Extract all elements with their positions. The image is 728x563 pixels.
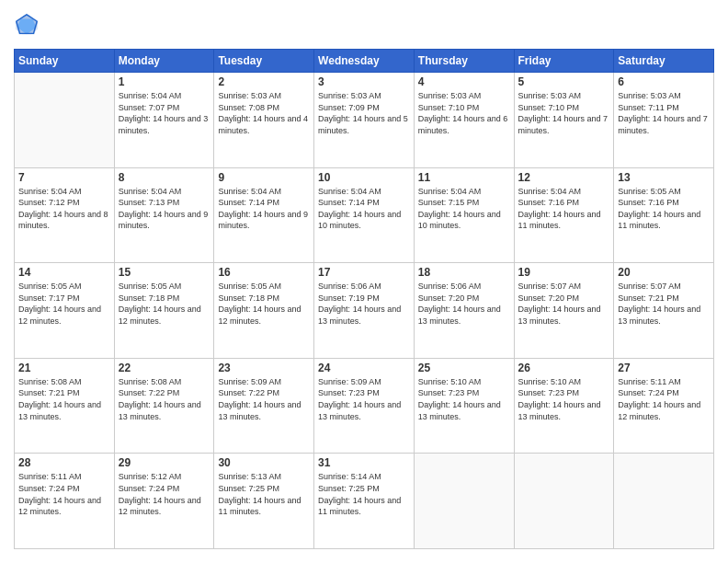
calendar-cell: 3 Sunrise: 5:03 AM Sunset: 7:09 PM Dayli… xyxy=(314,73,415,168)
day-info: Sunrise: 5:06 AM Sunset: 7:20 PM Dayligh… xyxy=(418,281,510,327)
day-info: Sunrise: 5:10 AM Sunset: 7:23 PM Dayligh… xyxy=(518,376,610,422)
calendar-cell: 4 Sunrise: 5:03 AM Sunset: 7:10 PM Dayli… xyxy=(414,73,514,168)
day-info: Sunrise: 5:04 AM Sunset: 7:12 PM Dayligh… xyxy=(18,186,110,232)
day-number: 8 xyxy=(119,171,210,184)
day-number: 19 xyxy=(518,266,610,279)
calendar-cell: 26 Sunrise: 5:10 AM Sunset: 7:23 PM Dayl… xyxy=(514,358,614,454)
day-number: 25 xyxy=(418,362,510,374)
calendar-cell: 25 Sunrise: 5:10 AM Sunset: 7:23 PM Dayl… xyxy=(414,358,514,454)
day-number: 2 xyxy=(218,75,310,88)
day-number: 23 xyxy=(218,362,310,374)
calendar-week-4: 21 Sunrise: 5:08 AM Sunset: 7:21 PM Dayl… xyxy=(15,358,714,454)
day-info: Sunrise: 5:08 AM Sunset: 7:22 PM Dayligh… xyxy=(119,376,210,422)
calendar-cell: 23 Sunrise: 5:09 AM Sunset: 7:22 PM Dayl… xyxy=(214,358,314,454)
day-info: Sunrise: 5:11 AM Sunset: 7:24 PM Dayligh… xyxy=(18,471,110,517)
day-number: 28 xyxy=(18,456,110,469)
day-info: Sunrise: 5:04 AM Sunset: 7:14 PM Dayligh… xyxy=(218,186,310,232)
day-number: 9 xyxy=(218,171,310,184)
calendar-cell: 14 Sunrise: 5:05 AM Sunset: 7:17 PM Dayl… xyxy=(15,263,115,359)
day-info: Sunrise: 5:03 AM Sunset: 7:09 PM Dayligh… xyxy=(318,90,410,136)
day-info: Sunrise: 5:05 AM Sunset: 7:18 PM Dayligh… xyxy=(218,281,310,327)
calendar-cell: 9 Sunrise: 5:04 AM Sunset: 7:14 PM Dayli… xyxy=(214,167,314,263)
calendar-cell: 13 Sunrise: 5:05 AM Sunset: 7:16 PM Dayl… xyxy=(614,167,714,263)
day-number: 22 xyxy=(119,362,210,374)
calendar-cell: 10 Sunrise: 5:04 AM Sunset: 7:14 PM Dayl… xyxy=(314,167,415,263)
logo xyxy=(14,14,43,40)
day-info: Sunrise: 5:03 AM Sunset: 7:11 PM Dayligh… xyxy=(618,90,710,136)
day-header-wednesday: Wednesday xyxy=(314,50,415,73)
day-info: Sunrise: 5:12 AM Sunset: 7:24 PM Dayligh… xyxy=(119,471,210,517)
day-number: 5 xyxy=(518,75,610,88)
calendar-cell: 11 Sunrise: 5:04 AM Sunset: 7:15 PM Dayl… xyxy=(414,167,514,263)
day-info: Sunrise: 5:09 AM Sunset: 7:22 PM Dayligh… xyxy=(218,376,310,422)
day-info: Sunrise: 5:07 AM Sunset: 7:21 PM Dayligh… xyxy=(618,281,710,327)
page: SundayMondayTuesdayWednesdayThursdayFrid… xyxy=(0,0,728,563)
day-info: Sunrise: 5:04 AM Sunset: 7:13 PM Dayligh… xyxy=(119,186,210,232)
day-info: Sunrise: 5:08 AM Sunset: 7:21 PM Dayligh… xyxy=(18,376,110,422)
day-number: 7 xyxy=(18,171,110,184)
calendar-week-5: 28 Sunrise: 5:11 AM Sunset: 7:24 PM Dayl… xyxy=(15,454,714,549)
calendar-cell: 19 Sunrise: 5:07 AM Sunset: 7:20 PM Dayl… xyxy=(514,263,614,359)
calendar-cell: 22 Sunrise: 5:08 AM Sunset: 7:22 PM Dayl… xyxy=(114,358,214,454)
day-number: 24 xyxy=(318,362,410,374)
day-number: 17 xyxy=(318,266,410,279)
day-number: 14 xyxy=(18,266,110,279)
calendar-cell: 31 Sunrise: 5:14 AM Sunset: 7:25 PM Dayl… xyxy=(314,454,415,549)
calendar-week-2: 7 Sunrise: 5:04 AM Sunset: 7:12 PM Dayli… xyxy=(15,167,714,263)
calendar-table: SundayMondayTuesdayWednesdayThursdayFrid… xyxy=(14,49,714,549)
day-header-saturday: Saturday xyxy=(614,50,714,73)
day-number: 27 xyxy=(618,362,710,374)
calendar-cell: 15 Sunrise: 5:05 AM Sunset: 7:18 PM Dayl… xyxy=(114,263,214,359)
day-header-tuesday: Tuesday xyxy=(214,50,314,73)
calendar-header-row: SundayMondayTuesdayWednesdayThursdayFrid… xyxy=(15,50,714,73)
calendar-cell: 12 Sunrise: 5:04 AM Sunset: 7:16 PM Dayl… xyxy=(514,167,614,263)
day-number: 3 xyxy=(318,75,410,88)
calendar-cell: 27 Sunrise: 5:11 AM Sunset: 7:24 PM Dayl… xyxy=(614,358,714,454)
calendar-cell: 5 Sunrise: 5:03 AM Sunset: 7:10 PM Dayli… xyxy=(514,73,614,168)
day-number: 12 xyxy=(518,171,610,184)
logo-icon xyxy=(14,12,40,38)
calendar-cell xyxy=(614,454,714,549)
day-info: Sunrise: 5:03 AM Sunset: 7:10 PM Dayligh… xyxy=(518,90,610,136)
day-header-sunday: Sunday xyxy=(15,50,115,73)
calendar-cell: 29 Sunrise: 5:12 AM Sunset: 7:24 PM Dayl… xyxy=(114,454,214,549)
day-number: 11 xyxy=(418,171,510,184)
day-info: Sunrise: 5:06 AM Sunset: 7:19 PM Dayligh… xyxy=(318,281,410,327)
calendar-cell: 7 Sunrise: 5:04 AM Sunset: 7:12 PM Dayli… xyxy=(15,167,115,263)
calendar-cell: 1 Sunrise: 5:04 AM Sunset: 7:07 PM Dayli… xyxy=(114,73,214,168)
day-info: Sunrise: 5:14 AM Sunset: 7:25 PM Dayligh… xyxy=(318,471,410,517)
calendar-cell: 16 Sunrise: 5:05 AM Sunset: 7:18 PM Dayl… xyxy=(214,263,314,359)
day-number: 20 xyxy=(618,266,710,279)
day-header-monday: Monday xyxy=(114,50,214,73)
day-info: Sunrise: 5:05 AM Sunset: 7:16 PM Dayligh… xyxy=(618,186,710,232)
day-number: 4 xyxy=(418,75,510,88)
day-info: Sunrise: 5:04 AM Sunset: 7:15 PM Dayligh… xyxy=(418,186,510,232)
header xyxy=(14,14,714,40)
calendar-cell: 8 Sunrise: 5:04 AM Sunset: 7:13 PM Dayli… xyxy=(114,167,214,263)
day-info: Sunrise: 5:11 AM Sunset: 7:24 PM Dayligh… xyxy=(618,376,710,422)
day-number: 26 xyxy=(518,362,610,374)
day-number: 15 xyxy=(119,266,210,279)
calendar-cell: 30 Sunrise: 5:13 AM Sunset: 7:25 PM Dayl… xyxy=(214,454,314,549)
calendar-cell: 24 Sunrise: 5:09 AM Sunset: 7:23 PM Dayl… xyxy=(314,358,415,454)
day-info: Sunrise: 5:03 AM Sunset: 7:10 PM Dayligh… xyxy=(418,90,510,136)
calendar-cell: 21 Sunrise: 5:08 AM Sunset: 7:21 PM Dayl… xyxy=(15,358,115,454)
day-number: 30 xyxy=(218,456,310,469)
day-header-friday: Friday xyxy=(514,50,614,73)
day-number: 18 xyxy=(418,266,510,279)
calendar-week-3: 14 Sunrise: 5:05 AM Sunset: 7:17 PM Dayl… xyxy=(15,263,714,359)
calendar-cell xyxy=(414,454,514,549)
day-info: Sunrise: 5:04 AM Sunset: 7:16 PM Dayligh… xyxy=(518,186,610,232)
calendar-cell xyxy=(15,73,115,168)
day-number: 1 xyxy=(119,75,210,88)
day-number: 16 xyxy=(218,266,310,279)
day-number: 10 xyxy=(318,171,410,184)
calendar-week-1: 1 Sunrise: 5:04 AM Sunset: 7:07 PM Dayli… xyxy=(15,73,714,168)
calendar-cell: 17 Sunrise: 5:06 AM Sunset: 7:19 PM Dayl… xyxy=(314,263,415,359)
day-number: 29 xyxy=(119,456,210,469)
calendar-cell: 2 Sunrise: 5:03 AM Sunset: 7:08 PM Dayli… xyxy=(214,73,314,168)
calendar-body: 1 Sunrise: 5:04 AM Sunset: 7:07 PM Dayli… xyxy=(15,73,714,549)
day-number: 6 xyxy=(618,75,710,88)
calendar-cell: 6 Sunrise: 5:03 AM Sunset: 7:11 PM Dayli… xyxy=(614,73,714,168)
day-header-thursday: Thursday xyxy=(414,50,514,73)
